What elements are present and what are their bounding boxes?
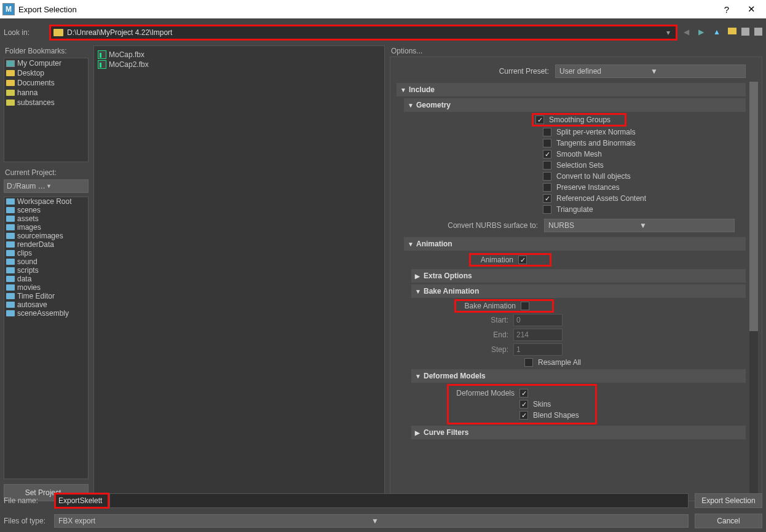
scrollbar[interactable] (749, 82, 758, 497)
chevron-down-icon: ▼ (371, 517, 684, 525)
smoothing-groups-checkbox[interactable] (535, 115, 544, 124)
file-item[interactable]: MoCap2.fbx (98, 60, 381, 69)
close-button[interactable]: ✕ (739, 4, 764, 15)
bookmarks-list[interactable]: My Computer Desktop Documents hanna subs… (4, 58, 89, 162)
project-value: D:/Raum & Orientie (7, 182, 46, 190)
list-view-icon[interactable] (741, 28, 749, 36)
thumb-view-icon[interactable] (754, 28, 762, 36)
lookin-field[interactable]: ▾ (49, 25, 677, 41)
folder-icon (6, 198, 15, 205)
filetype-label: Files of type: (4, 517, 48, 525)
chevron-down-icon (408, 102, 416, 109)
cancel-button[interactable]: Cancel (695, 514, 762, 528)
folder-icon (6, 70, 15, 76)
folder-icon (6, 310, 15, 316)
folder-icon (6, 80, 15, 86)
animation-label: Animation (474, 256, 518, 264)
bake-animation-checkbox[interactable] (521, 302, 529, 310)
filetype-combo[interactable]: FBX export▼ (54, 514, 689, 528)
section-deformed-models[interactable]: Deformed Models (411, 369, 746, 383)
folder-icon (6, 241, 15, 248)
start-field[interactable]: 0 (513, 314, 563, 326)
selection-sets-checkbox[interactable] (543, 161, 551, 170)
chevron-down-icon: ▼ (639, 221, 730, 230)
project-combo[interactable]: D:/Raum & Orientie▼ (4, 179, 89, 193)
ws-item[interactable]: movies (4, 283, 88, 292)
resample-checkbox[interactable] (524, 358, 533, 367)
folder-icon (6, 224, 15, 230)
ws-item[interactable]: Workspace Root (4, 197, 88, 206)
preserve-instances-checkbox[interactable] (543, 183, 551, 192)
section-curve-filters[interactable]: Curve Filters (411, 426, 746, 439)
split-normals-checkbox[interactable] (543, 128, 551, 136)
chevron-down-icon: ▼ (46, 183, 85, 189)
forward-icon[interactable]: ▶ (698, 28, 708, 37)
section-geometry[interactable]: Geometry (404, 98, 746, 112)
section-extra-options[interactable]: Extra Options (411, 269, 746, 283)
maya-logo-icon: M (2, 3, 15, 15)
nurbs-label: Convert NURBS surface to: (397, 221, 544, 230)
nurbs-combo[interactable]: NURBS▼ (544, 219, 735, 232)
ws-item[interactable]: clips (4, 249, 88, 257)
end-label: End: (397, 331, 513, 339)
back-icon[interactable]: ◀ (684, 28, 693, 37)
ws-item[interactable]: images (4, 223, 88, 232)
folder-icon (6, 100, 15, 106)
ws-item[interactable]: autosave (4, 300, 88, 309)
filename-input-ext[interactable] (113, 496, 685, 505)
fbx-file-icon (98, 50, 106, 59)
bookmark-item[interactable]: Desktop (4, 68, 88, 78)
folder-icon (6, 250, 15, 256)
lookin-label: Look in: (4, 28, 49, 37)
triangulate-checkbox[interactable] (543, 205, 551, 214)
animation-checkbox[interactable] (518, 256, 527, 264)
step-label: Step: (397, 345, 513, 354)
ws-item[interactable]: assets (4, 214, 88, 223)
ws-item[interactable]: renderData (4, 240, 88, 249)
deformed-models-checkbox[interactable] (519, 389, 528, 397)
ws-item[interactable]: sceneAssembly (4, 309, 88, 318)
skins-checkbox[interactable] (519, 400, 528, 409)
folder-icon (6, 276, 15, 282)
chevron-down-icon: ▼ (650, 67, 741, 76)
step-field[interactable]: 1 (513, 343, 563, 356)
ref-assets-checkbox[interactable] (543, 194, 551, 203)
section-include[interactable]: Include (397, 83, 746, 96)
ws-item[interactable]: sound (4, 257, 88, 266)
bookmark-item[interactable]: Documents (4, 78, 88, 88)
ws-item[interactable]: scripts (4, 266, 88, 275)
options-panel[interactable]: Current Preset: User defined▼ Include Ge… (390, 57, 762, 501)
smooth-mesh-checkbox[interactable] (543, 150, 551, 158)
folder-icon (6, 293, 15, 299)
lookin-input[interactable] (67, 28, 663, 37)
ws-item[interactable]: data (4, 275, 88, 283)
section-bake-animation[interactable]: Bake Animation (411, 284, 746, 298)
file-browser[interactable]: MoCap.fbx MoCap2.fbx (93, 45, 385, 501)
chevron-right-icon (415, 273, 424, 280)
section-animation[interactable]: Animation (404, 237, 746, 251)
bookmark-item[interactable]: substances (4, 98, 88, 108)
title-bar: M Export Selection ? ✕ (0, 0, 766, 18)
null-objects-checkbox[interactable] (543, 172, 551, 181)
smoothing-groups-label: Smoothing Groups (549, 115, 610, 124)
end-field[interactable]: 214 (513, 329, 563, 341)
ws-item[interactable]: scenes (4, 206, 88, 214)
fbx-file-icon (98, 60, 106, 69)
help-button[interactable]: ? (714, 4, 739, 15)
bookmark-item[interactable]: My Computer (4, 58, 88, 68)
tangents-checkbox[interactable] (543, 139, 551, 147)
export-button[interactable]: Export Selection (695, 493, 762, 508)
chevron-down-icon (408, 241, 416, 248)
folder-icon (6, 302, 15, 308)
lookin-dropdown-icon[interactable]: ▾ (663, 28, 673, 37)
up-icon[interactable]: ▲ (713, 28, 723, 37)
new-folder-icon[interactable] (728, 28, 736, 34)
preset-combo[interactable]: User defined▼ (555, 65, 746, 78)
blend-shapes-checkbox[interactable] (519, 411, 528, 420)
ws-item[interactable]: sourceimages (4, 232, 88, 240)
workspace-tree[interactable]: Workspace Root scenes assets images sour… (4, 197, 89, 479)
file-item[interactable]: MoCap.fbx (98, 50, 381, 60)
ws-item[interactable]: Time Editor (4, 292, 88, 300)
bookmark-item[interactable]: hanna (4, 88, 88, 98)
folder-icon (53, 29, 63, 36)
